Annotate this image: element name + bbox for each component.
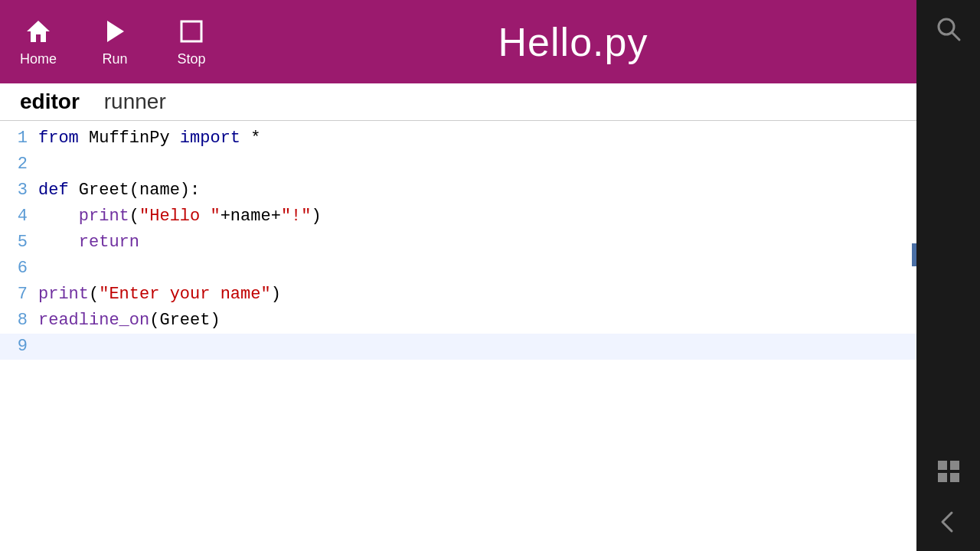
code-line-2: 2 [0,152,916,178]
run-label: Run [102,51,127,67]
toolbar: Home Run Stop Hello.py [0,0,916,83]
svg-marker-1 [107,21,124,42]
code-line-1: 1 from MuffinPy import * [0,126,916,152]
tab-editor[interactable]: editor [8,83,92,120]
code-line-8: 8 readline_on(Greet) [0,308,916,334]
stop-label: Stop [177,51,205,67]
code-line-7: 7 print("Enter your name") [0,282,916,308]
line-number: 9 [0,334,38,360]
code-content: print("Enter your name") [38,282,916,308]
svg-rect-5 [938,461,947,470]
line-number: 1 [0,126,38,152]
line-number: 5 [0,230,38,256]
line-number: 8 [0,308,38,334]
code-content: readline_on(Greet) [38,308,916,334]
code-line-9: 9 ​ [0,334,916,360]
code-content: ​ [38,334,916,360]
back-button[interactable] [935,508,962,536]
code-content: print("Hello "+name+"!") [38,204,916,230]
search-button[interactable] [935,15,962,43]
code-content: from MuffinPy import * [38,126,916,152]
code-line-5: 5 return [0,230,916,256]
app-title: Hello.py [245,19,901,65]
line-number: 7 [0,282,38,308]
line-number: 4 [0,204,38,230]
right-sidebar [916,0,980,551]
home-button[interactable]: Home [15,16,61,67]
tabs-bar: editor runner [0,83,916,121]
svg-rect-8 [950,473,959,482]
svg-rect-2 [181,21,201,41]
line-number: 3 [0,178,38,204]
home-label: Home [20,51,57,67]
editor-area: 1 from MuffinPy import * 2 3 def Greet(n… [0,121,916,551]
windows-button[interactable] [935,458,962,485]
sidebar-top-icons [935,15,962,43]
run-button[interactable]: Run [92,16,138,67]
code-line-4: 4 print("Hello "+name+"!") [0,204,916,230]
svg-line-4 [952,32,959,40]
code-content: return [38,230,916,256]
home-icon [23,16,54,47]
line-number: 6 [0,256,38,282]
run-icon [100,16,130,47]
svg-rect-6 [950,461,959,470]
svg-marker-0 [27,21,50,42]
tab-runner[interactable]: runner [92,83,178,120]
code-editor[interactable]: 1 from MuffinPy import * 2 3 def Greet(n… [0,121,916,551]
code-line-6: 6 [0,256,916,282]
sidebar-bottom-icons [935,458,962,536]
line-number: 2 [0,152,38,178]
code-content: def Greet(name): [38,178,916,204]
stop-button[interactable]: Stop [168,16,214,67]
scrollbar-indicator [912,243,916,266]
stop-icon [176,16,207,47]
svg-rect-7 [938,473,947,482]
code-line-3: 3 def Greet(name): [0,178,916,204]
